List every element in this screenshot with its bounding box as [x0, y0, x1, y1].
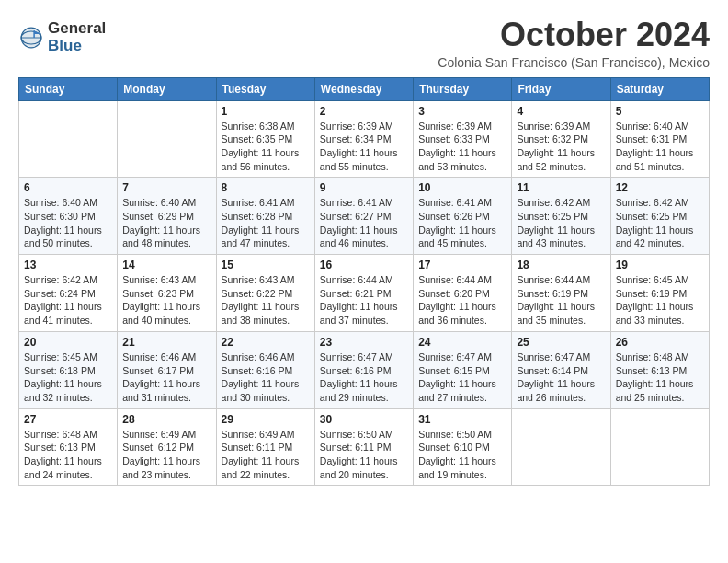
day-number: 23 [320, 336, 408, 349]
calendar-cell: 27Sunrise: 6:48 AM Sunset: 6:13 PM Dayli… [19, 408, 118, 486]
calendar-cell: 7Sunrise: 6:40 AM Sunset: 6:29 PM Daylig… [118, 178, 216, 255]
day-info: Sunrise: 6:43 AM Sunset: 6:22 PM Dayligh… [222, 273, 310, 327]
day-number: 29 [222, 413, 310, 426]
day-info: Sunrise: 6:47 AM Sunset: 6:16 PM Dayligh… [320, 350, 408, 405]
col-monday: Monday [118, 77, 216, 100]
calendar-cell: 13Sunrise: 6:42 AM Sunset: 6:24 PM Dayli… [19, 255, 118, 332]
day-info: Sunrise: 6:39 AM Sunset: 6:34 PM Dayligh… [320, 120, 408, 174]
calendar-cell: 15Sunrise: 6:43 AM Sunset: 6:22 PM Dayli… [216, 255, 314, 332]
day-number: 8 [222, 181, 310, 194]
calendar-cell: 10Sunrise: 6:41 AM Sunset: 6:26 PM Dayli… [414, 178, 512, 255]
col-sunday: Sunday [19, 77, 118, 100]
calendar-cell: 4Sunrise: 6:39 AM Sunset: 6:32 PM Daylig… [512, 100, 610, 178]
calendar-cell: 2Sunrise: 6:39 AM Sunset: 6:34 PM Daylig… [314, 100, 413, 178]
calendar-cell: 24Sunrise: 6:47 AM Sunset: 6:15 PM Dayli… [414, 331, 512, 408]
day-info: Sunrise: 6:41 AM Sunset: 6:26 PM Dayligh… [418, 196, 506, 250]
day-info: Sunrise: 6:49 AM Sunset: 6:11 PM Dayligh… [222, 428, 310, 482]
day-info: Sunrise: 6:44 AM Sunset: 6:21 PM Dayligh… [320, 273, 408, 327]
calendar-cell: 3Sunrise: 6:39 AM Sunset: 6:33 PM Daylig… [414, 100, 512, 178]
day-info: Sunrise: 6:45 AM Sunset: 6:19 PM Dayligh… [616, 273, 704, 327]
day-number: 11 [517, 181, 605, 194]
calendar-cell: 21Sunrise: 6:46 AM Sunset: 6:17 PM Dayli… [118, 331, 216, 408]
day-number: 22 [222, 336, 310, 349]
day-info: Sunrise: 6:42 AM Sunset: 6:25 PM Dayligh… [517, 196, 605, 250]
day-number: 7 [122, 181, 210, 194]
day-number: 1 [222, 105, 310, 118]
calendar-cell: 12Sunrise: 6:42 AM Sunset: 6:25 PM Dayli… [610, 178, 709, 255]
calendar-cell: 26Sunrise: 6:48 AM Sunset: 6:13 PM Dayli… [610, 331, 709, 408]
day-number: 9 [320, 181, 408, 194]
day-number: 26 [616, 336, 704, 349]
day-number: 12 [616, 181, 704, 194]
day-info: Sunrise: 6:44 AM Sunset: 6:20 PM Dayligh… [418, 273, 506, 327]
day-number: 5 [616, 105, 704, 118]
col-thursday: Thursday [414, 77, 512, 100]
day-number: 27 [24, 413, 112, 426]
calendar-cell: 16Sunrise: 6:44 AM Sunset: 6:21 PM Dayli… [314, 255, 413, 332]
col-wednesday: Wednesday [314, 77, 413, 100]
day-number: 25 [517, 336, 605, 349]
day-number: 13 [24, 259, 112, 271]
day-number: 15 [222, 259, 310, 271]
day-number: 10 [418, 181, 506, 194]
day-info: Sunrise: 6:38 AM Sunset: 6:35 PM Dayligh… [222, 120, 310, 174]
calendar-cell: 20Sunrise: 6:45 AM Sunset: 6:18 PM Dayli… [19, 331, 118, 408]
day-info: Sunrise: 6:40 AM Sunset: 6:31 PM Dayligh… [616, 120, 704, 174]
svg-rect-6 [33, 30, 35, 38]
calendar-cell [118, 100, 216, 178]
day-number: 14 [122, 259, 210, 271]
month-title: October 2024 [438, 17, 710, 53]
calendar-week-3: 13Sunrise: 6:42 AM Sunset: 6:24 PM Dayli… [19, 255, 710, 332]
day-info: Sunrise: 6:42 AM Sunset: 6:25 PM Dayligh… [616, 196, 704, 250]
day-number: 24 [418, 336, 506, 349]
calendar-cell: 19Sunrise: 6:45 AM Sunset: 6:19 PM Dayli… [610, 255, 709, 332]
calendar-cell: 6Sunrise: 6:40 AM Sunset: 6:30 PM Daylig… [19, 178, 118, 255]
header-row: Sunday Monday Tuesday Wednesday Thursday… [19, 77, 710, 100]
day-info: Sunrise: 6:45 AM Sunset: 6:18 PM Dayligh… [24, 350, 112, 405]
col-tuesday: Tuesday [216, 77, 314, 100]
calendar-cell: 18Sunrise: 6:44 AM Sunset: 6:19 PM Dayli… [512, 255, 610, 332]
day-info: Sunrise: 6:43 AM Sunset: 6:23 PM Dayligh… [122, 273, 210, 327]
calendar-cell: 5Sunrise: 6:40 AM Sunset: 6:31 PM Daylig… [610, 100, 709, 178]
calendar-cell: 8Sunrise: 6:41 AM Sunset: 6:28 PM Daylig… [216, 178, 314, 255]
calendar-week-2: 6Sunrise: 6:40 AM Sunset: 6:30 PM Daylig… [19, 178, 710, 255]
day-number: 6 [24, 181, 112, 194]
day-info: Sunrise: 6:49 AM Sunset: 6:12 PM Dayligh… [122, 428, 210, 482]
calendar-cell [19, 100, 118, 178]
day-info: Sunrise: 6:48 AM Sunset: 6:13 PM Dayligh… [616, 350, 704, 405]
logo-blue: Blue [48, 37, 82, 54]
day-number: 18 [517, 259, 605, 271]
day-number: 20 [24, 336, 112, 349]
calendar-cell: 30Sunrise: 6:50 AM Sunset: 6:11 PM Dayli… [314, 408, 413, 486]
day-info: Sunrise: 6:47 AM Sunset: 6:15 PM Dayligh… [418, 350, 506, 405]
day-number: 28 [122, 413, 210, 426]
day-number: 19 [616, 259, 704, 271]
day-number: 17 [418, 259, 506, 271]
day-info: Sunrise: 6:42 AM Sunset: 6:24 PM Dayligh… [24, 273, 112, 327]
logo: General Blue [18, 20, 106, 54]
day-info: Sunrise: 6:39 AM Sunset: 6:33 PM Dayligh… [418, 120, 506, 174]
day-info: Sunrise: 6:39 AM Sunset: 6:32 PM Dayligh… [517, 120, 605, 174]
day-info: Sunrise: 6:50 AM Sunset: 6:11 PM Dayligh… [320, 428, 408, 482]
subtitle: Colonia San Francisco (San Francisco), M… [438, 55, 710, 70]
calendar-cell: 17Sunrise: 6:44 AM Sunset: 6:20 PM Dayli… [414, 255, 512, 332]
logo-text: General Blue [48, 20, 106, 54]
day-info: Sunrise: 6:44 AM Sunset: 6:19 PM Dayligh… [517, 273, 605, 327]
day-info: Sunrise: 6:41 AM Sunset: 6:27 PM Dayligh… [320, 196, 408, 250]
col-friday: Friday [512, 77, 610, 100]
day-number: 30 [320, 413, 408, 426]
calendar-cell: 31Sunrise: 6:50 AM Sunset: 6:10 PM Dayli… [414, 408, 512, 486]
day-info: Sunrise: 6:40 AM Sunset: 6:30 PM Dayligh… [24, 196, 112, 250]
day-number: 16 [320, 259, 408, 271]
calendar-cell [512, 408, 610, 486]
day-info: Sunrise: 6:48 AM Sunset: 6:13 PM Dayligh… [24, 428, 112, 482]
calendar-cell: 25Sunrise: 6:47 AM Sunset: 6:14 PM Dayli… [512, 331, 610, 408]
calendar-cell: 1Sunrise: 6:38 AM Sunset: 6:35 PM Daylig… [216, 100, 314, 178]
logo-icon [18, 25, 44, 51]
day-info: Sunrise: 6:46 AM Sunset: 6:17 PM Dayligh… [122, 350, 210, 405]
logo-general: General [48, 19, 106, 37]
calendar-week-5: 27Sunrise: 6:48 AM Sunset: 6:13 PM Dayli… [19, 408, 710, 486]
day-number: 21 [122, 336, 210, 349]
day-info: Sunrise: 6:40 AM Sunset: 6:29 PM Dayligh… [122, 196, 210, 250]
calendar-cell [610, 408, 709, 486]
